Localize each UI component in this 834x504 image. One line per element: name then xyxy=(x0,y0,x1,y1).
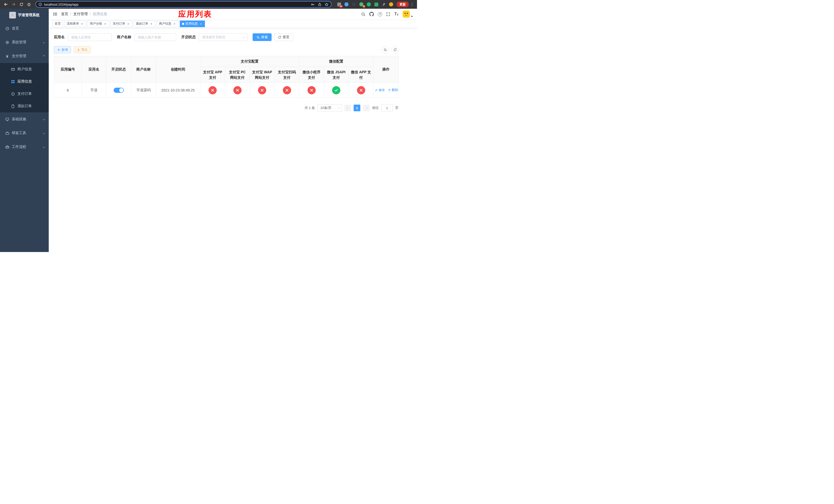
sidebar-item-refund-orders[interactable]: 退款订单 xyxy=(0,100,49,112)
sidebar-toggle-icon[interactable] xyxy=(53,12,58,17)
app-name-input[interactable] xyxy=(68,33,112,41)
bookmark-star-icon[interactable] xyxy=(325,3,329,6)
close-icon[interactable]: × xyxy=(173,22,176,26)
filter-form: 应用名 商户名称 开启状态 请选择开启状态 搜索 xyxy=(54,33,398,41)
close-icon[interactable]: × xyxy=(127,22,130,26)
breadcrumb: 首页 / 支付管理 / 应用信息 xyxy=(61,12,107,17)
chevron-down-icon xyxy=(43,146,45,148)
chevron-up-icon xyxy=(43,55,45,57)
sidebar-item-payment[interactable]: ¥ 支付管理 xyxy=(0,49,49,63)
sidebar-item-pay-orders[interactable]: 支付订单 xyxy=(0,88,49,100)
extension-icon-check[interactable] xyxy=(367,2,371,7)
chevron-down-icon xyxy=(43,132,45,134)
tab-merchant-info[interactable]: 商户信息× xyxy=(157,21,178,27)
github-icon[interactable] xyxy=(369,12,374,17)
document-icon xyxy=(11,104,15,108)
extension-icon-book[interactable] xyxy=(374,2,378,7)
breadcrumb-home[interactable]: 首页 xyxy=(61,12,68,17)
reload-button[interactable] xyxy=(18,1,25,8)
reset-button[interactable]: 重置 xyxy=(274,33,293,41)
tab-refund-orders[interactable]: 退款订单× xyxy=(134,21,155,27)
site-info-icon[interactable] xyxy=(39,3,42,6)
page-content: 应用名 商户名称 开启状态 请选择开启状态 搜索 xyxy=(49,28,417,112)
edit-link[interactable]: 修改 xyxy=(375,88,385,92)
tab-app-info[interactable]: 应用信息× xyxy=(180,21,205,27)
profile-avatar[interactable] xyxy=(389,2,393,7)
active-dot xyxy=(182,23,184,25)
share-icon[interactable] xyxy=(318,3,322,6)
help-icon[interactable]: ? xyxy=(378,12,382,17)
export-button[interactable]: 导出 xyxy=(73,46,91,53)
address-bar[interactable]: localhost:1024/pay/app xyxy=(36,1,332,8)
close-icon[interactable]: × xyxy=(103,22,107,26)
app-logo: 🐰 芋道管理系统 xyxy=(0,9,49,22)
prev-page-button[interactable] xyxy=(345,105,351,111)
goto-page-input[interactable] xyxy=(381,104,393,112)
cell-wx-jsapi xyxy=(324,83,349,98)
sidebar-item-dev-tools[interactable]: 研发工具 xyxy=(0,126,49,140)
col-header-alipay-wap: 支付宝 WAP 网站支付 xyxy=(250,67,275,83)
browser-menu-kebab-icon[interactable]: ⋮ xyxy=(410,2,414,7)
status-toggle[interactable] xyxy=(114,88,124,93)
breadcrumb-current: 应用信息 xyxy=(93,12,107,17)
fullscreen-icon[interactable] xyxy=(386,12,390,17)
page-size-select[interactable]: 10条/页 xyxy=(317,104,342,112)
col-header-merchant: 商户名称 xyxy=(131,56,156,83)
update-button[interactable]: 更新 xyxy=(396,2,409,7)
toolbox-icon xyxy=(5,131,9,135)
font-size-icon[interactable]: TT xyxy=(394,12,398,17)
page-number-1[interactable]: 1 xyxy=(354,105,360,111)
password-key-icon[interactable] xyxy=(311,3,315,6)
sidebar-item-workflow[interactable]: 工作流程 xyxy=(0,140,49,154)
forward-button[interactable] xyxy=(10,1,17,8)
sidebar-item-home[interactable]: 首页 xyxy=(0,22,49,36)
search-button[interactable]: 搜索 xyxy=(253,33,271,41)
close-icon[interactable]: × xyxy=(150,22,153,26)
url-text[interactable]: localhost:1024/pay/app xyxy=(44,3,79,6)
tab-process-form[interactable]: 流程表单× xyxy=(64,21,86,27)
cell-app-id: 6 xyxy=(54,83,82,98)
sidebar-item-system[interactable]: 系统管理 xyxy=(0,36,49,49)
order-icon xyxy=(11,92,15,96)
status-cross-icon xyxy=(307,86,316,94)
status-cross-icon xyxy=(283,86,291,94)
extension-icon-dark[interactable] xyxy=(352,2,356,7)
user-avatar[interactable] xyxy=(402,10,413,18)
status-label: 开启状态 xyxy=(181,35,196,40)
close-icon[interactable]: × xyxy=(199,22,203,26)
cell-actions: 修改 删除 xyxy=(373,83,399,98)
home-button[interactable] xyxy=(26,1,32,8)
chevron-down-icon xyxy=(411,16,413,17)
add-button[interactable]: 新增 xyxy=(54,46,71,53)
browser-toolbar: localhost:1024/pay/app 10 1 xyxy=(0,0,417,9)
sidebar-item-infrastructure[interactable]: 基础设施 xyxy=(0,112,49,126)
tab-user-group[interactable]: 用户分组× xyxy=(87,21,109,27)
extension-icon-drop[interactable] xyxy=(344,2,349,7)
app-name-label: 应用名 xyxy=(54,35,65,40)
search-icon[interactable] xyxy=(361,12,366,17)
next-page-button[interactable] xyxy=(363,105,370,111)
back-button[interactable] xyxy=(3,1,9,8)
cell-alipay-qr xyxy=(275,83,299,98)
toggle-search-button[interactable] xyxy=(381,46,389,53)
cell-wx-app xyxy=(349,83,373,98)
extension-icon-devtools[interactable]: 10 xyxy=(337,2,341,7)
tab-home[interactable]: 首页 xyxy=(52,21,63,27)
status-select[interactable]: 请选择开启状态 xyxy=(199,33,247,41)
merchant-name-label: 商户名称 xyxy=(117,35,131,40)
close-icon[interactable]: × xyxy=(80,22,84,26)
sidebar-item-app-info[interactable]: 应用信息 xyxy=(0,75,49,88)
extensions-pin-icon[interactable] xyxy=(381,2,386,7)
page-title: 应用列表 xyxy=(178,9,212,20)
tab-pay-orders[interactable]: 支付订单× xyxy=(111,21,132,27)
delete-link[interactable]: 删除 xyxy=(388,88,398,92)
sidebar-item-merchant-info[interactable]: 商户信息 xyxy=(0,63,49,75)
card-icon xyxy=(11,67,15,71)
dashboard-icon xyxy=(5,27,9,30)
col-header-app-id: 应用编号 xyxy=(54,56,82,83)
breadcrumb-payment[interactable]: 支付管理 xyxy=(73,12,88,17)
refresh-button[interactable] xyxy=(391,46,398,53)
merchant-name-input[interactable] xyxy=(134,33,176,41)
monitor-icon xyxy=(5,117,9,121)
extension-icon-avatar[interactable]: 1 xyxy=(359,2,364,7)
